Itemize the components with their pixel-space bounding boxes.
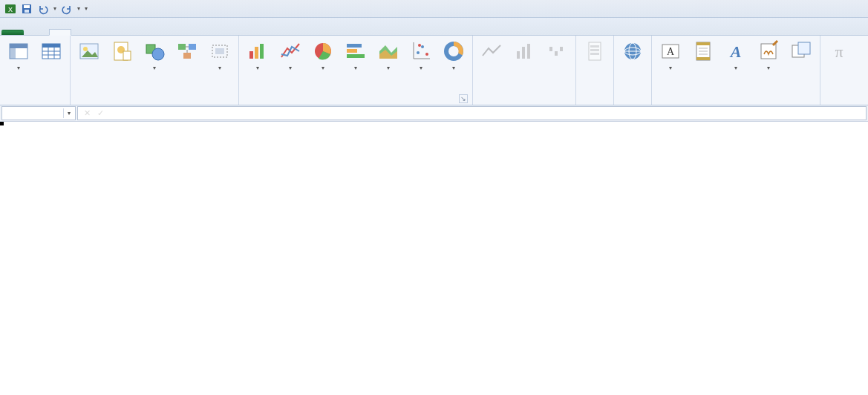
undo-dropdown-icon[interactable]: ▾ xyxy=(52,5,58,12)
tab-insert[interactable] xyxy=(49,29,71,36)
equation-button[interactable]: π xyxy=(823,37,855,67)
svg-point-35 xyxy=(417,51,420,54)
picture-button[interactable] xyxy=(74,37,105,67)
group-charts: ▾ ▾ ▾ ▾ xyxy=(239,36,473,105)
tab-home[interactable] xyxy=(27,30,49,36)
tab-data[interactable] xyxy=(116,30,138,36)
svg-rect-49 xyxy=(590,53,599,55)
equation-icon: π xyxy=(827,39,851,63)
area-chart-button[interactable]: ▾ xyxy=(373,37,404,74)
line-chart-button[interactable]: ▾ xyxy=(275,37,306,74)
charts-dialog-launcher[interactable]: ↘ xyxy=(459,94,468,103)
name-box-dropdown-icon[interactable]: ▾ xyxy=(63,108,74,118)
chevron-down-icon: ▾ xyxy=(354,65,357,71)
object-button[interactable] xyxy=(786,37,817,67)
tab-view[interactable] xyxy=(160,30,183,36)
table-button[interactable] xyxy=(36,37,67,67)
sparkline-column-button[interactable] xyxy=(509,37,540,67)
tab-review[interactable] xyxy=(138,30,160,36)
smartart-button[interactable] xyxy=(172,37,203,67)
save-icon[interactable] xyxy=(19,1,34,16)
signature-line-button[interactable]: ▾ xyxy=(753,37,784,74)
chevron-down-icon: ▾ xyxy=(387,65,390,71)
group-filter-label xyxy=(579,102,610,105)
hyperlink-icon xyxy=(621,39,645,63)
chevron-down-icon: ▾ xyxy=(767,65,770,71)
picture-icon xyxy=(77,39,101,63)
chevron-down-icon: ▾ xyxy=(256,65,259,71)
svg-rect-57 xyxy=(696,42,710,45)
clipart-button[interactable] xyxy=(106,37,137,67)
sparkline-line-button[interactable] xyxy=(476,37,507,67)
svg-rect-26 xyxy=(249,51,253,59)
smartart-icon xyxy=(175,39,199,63)
wordart-icon: A xyxy=(724,39,748,63)
signature-icon xyxy=(757,39,780,63)
chevron-down-icon: ▾ xyxy=(322,65,324,71)
chevron-down-icon: ▾ xyxy=(17,65,20,71)
group-illustrations-label xyxy=(74,102,235,105)
svg-rect-48 xyxy=(590,49,599,51)
redo-dropdown-icon[interactable]: ▾ xyxy=(76,5,82,12)
sparkline-column-icon xyxy=(512,39,536,63)
svg-rect-25 xyxy=(215,48,224,54)
shapes-button[interactable]: ▾ xyxy=(139,37,170,74)
slicer-button[interactable] xyxy=(579,37,610,67)
svg-rect-41 xyxy=(522,47,525,59)
wordart-button[interactable]: A ▾ xyxy=(720,37,751,74)
svg-rect-31 xyxy=(347,49,357,53)
formula-input-area: ✕ ✓ xyxy=(77,106,867,120)
redo-icon[interactable] xyxy=(59,1,74,16)
qat-custom-dropdown-icon[interactable]: ▾ xyxy=(83,5,89,12)
scatter-chart-icon xyxy=(409,39,433,63)
sparkline-winloss-icon xyxy=(545,39,569,63)
textbox-button[interactable]: A ▾ xyxy=(655,37,686,74)
hyperlink-button[interactable] xyxy=(617,37,648,67)
svg-rect-65 xyxy=(798,42,810,54)
tab-formulas[interactable] xyxy=(94,30,116,36)
tab-pagelayout[interactable] xyxy=(71,30,94,36)
svg-rect-3 xyxy=(24,5,30,8)
selection-fill-handle[interactable] xyxy=(0,122,4,125)
scatter-chart-button[interactable]: ▾ xyxy=(405,37,437,74)
svg-rect-18 xyxy=(123,51,131,60)
svg-rect-44 xyxy=(555,51,558,56)
group-sparklines xyxy=(473,36,576,105)
quick-access-toolbar: X ▾ ▾ ▾ xyxy=(0,1,89,16)
chevron-down-icon: ▾ xyxy=(669,65,672,71)
column-chart-button[interactable]: ▾ xyxy=(242,37,273,74)
svg-point-15 xyxy=(83,47,88,51)
area-chart-icon xyxy=(376,39,400,63)
excel-icon[interactable]: X xyxy=(3,1,18,16)
svg-rect-9 xyxy=(42,44,60,48)
group-tables: ▾ xyxy=(0,36,71,105)
group-filter xyxy=(576,36,614,105)
slicer-icon xyxy=(583,39,607,63)
cancel-icon: ✕ xyxy=(81,108,93,118)
sparkline-line-icon xyxy=(480,39,503,63)
name-box[interactable]: ▾ xyxy=(1,106,76,120)
screenshot-button[interactable]: ▾ xyxy=(204,37,235,74)
group-illustrations: ▾ ▾ xyxy=(71,36,239,105)
chevron-down-icon: ▾ xyxy=(153,65,156,71)
chevron-down-icon: ▾ xyxy=(218,65,221,71)
ribbon: ▾ xyxy=(0,36,868,105)
svg-rect-30 xyxy=(347,44,362,48)
svg-text:π: π xyxy=(835,42,843,61)
undo-icon[interactable] xyxy=(36,1,50,16)
group-sparklines-label xyxy=(476,102,572,105)
sparkline-winloss-button[interactable] xyxy=(541,37,572,67)
column-chart-icon xyxy=(246,39,270,63)
svg-point-37 xyxy=(425,53,428,56)
pie-chart-button[interactable]: ▾ xyxy=(307,37,339,74)
worksheet-grid[interactable] xyxy=(0,122,868,395)
bar-chart-icon xyxy=(344,39,368,63)
tab-file[interactable] xyxy=(1,30,24,35)
headerfooter-button[interactable] xyxy=(688,37,719,67)
svg-rect-47 xyxy=(590,45,599,48)
bar-chart-button[interactable]: ▾ xyxy=(340,37,371,74)
pivot-table-button[interactable]: ▾ xyxy=(3,37,34,74)
svg-rect-45 xyxy=(560,47,563,51)
other-chart-button[interactable]: ▾ xyxy=(438,37,469,74)
group-tables-label xyxy=(3,102,67,105)
